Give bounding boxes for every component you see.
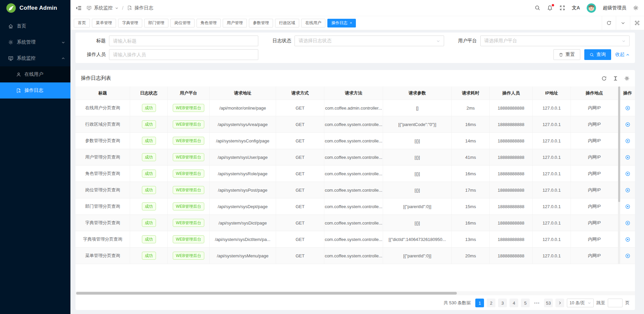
chevron-down-icon[interactable] — [616, 16, 630, 30]
platform-select-placeholder: 请选择用户平台 — [484, 38, 517, 44]
platform-tag: WEB管理后台 — [173, 235, 204, 243]
horizontal-scrollbar[interactable] — [75, 291, 635, 295]
settings-gear-icon[interactable] — [633, 5, 639, 11]
platform-tag: WEB管理后台 — [173, 252, 204, 260]
status-tag: 成功 — [142, 170, 156, 178]
page-button-1[interactable]: 1 — [475, 299, 484, 307]
sidebar-item-system-manage[interactable]: 系统管理 — [0, 34, 70, 50]
cell-handler: com.coffee.admin.controller... — [324, 100, 383, 116]
status-tag: 成功 — [142, 153, 156, 161]
cell-url: /api/system/sysRole/page — [210, 166, 276, 182]
close-tab-icon[interactable]: × — [350, 21, 352, 25]
tab-用户管理[interactable]: 用户管理 — [223, 19, 247, 27]
cell-url: /api/system/sysDict/page — [210, 215, 276, 231]
page-buttons: 12345•••53 — [475, 299, 553, 307]
cell-handler: com.coffee.system.controlle... — [324, 133, 383, 149]
jump-prefix-label: 跳至 — [596, 300, 605, 306]
cell-ip: 127.0.0.1 — [533, 198, 571, 214]
fullscreen-icon[interactable] — [559, 5, 565, 11]
cell-platform: WEB管理后台 — [168, 182, 210, 198]
tab-字典管理[interactable]: 字典管理 — [118, 19, 142, 27]
search-button-label: 查询 — [596, 52, 606, 58]
user-name[interactable]: 超级管理员 — [603, 5, 626, 11]
horizontal-scrollbar-thumb[interactable] — [76, 292, 457, 295]
tab-label: 部门管理 — [148, 20, 164, 26]
cell-handler: com.coffee.system.controlle... — [324, 149, 383, 165]
notification-bell-icon[interactable] — [547, 5, 553, 11]
chevron-down-icon[interactable] — [115, 6, 118, 10]
page-button-53[interactable]: 53 — [544, 299, 553, 307]
operator-input[interactable] — [109, 49, 258, 60]
tab-操作日志[interactable]: 操作日志× — [327, 19, 356, 27]
next-page-button[interactable] — [555, 299, 564, 307]
tab-label: 用户管理 — [227, 20, 243, 26]
tab-岗位管理[interactable]: 岗位管理 — [170, 19, 195, 27]
column-header: 请求地址 — [210, 86, 276, 100]
view-detail-icon[interactable] — [625, 138, 630, 143]
search-button[interactable]: 查询 — [584, 49, 611, 60]
status-tag: 成功 — [142, 137, 156, 145]
view-detail-icon[interactable] — [625, 221, 630, 226]
view-detail-icon[interactable] — [625, 106, 630, 111]
platform-select[interactable]: 请选择用户平台 — [480, 36, 630, 46]
sidebar-collapse-icon[interactable] — [76, 5, 82, 11]
tab-label: 操作日志 — [331, 20, 347, 26]
cell-method: GET — [276, 231, 324, 247]
cell-method: GET — [276, 198, 324, 214]
tab-角色管理[interactable]: 角色管理 — [197, 19, 221, 27]
collapse-filter-link[interactable]: 收起 — [615, 52, 630, 58]
tab-label: 首页 — [78, 20, 86, 26]
view-detail-icon[interactable] — [625, 155, 630, 160]
chevron-down-icon — [622, 39, 626, 43]
avatar[interactable] — [587, 3, 596, 13]
view-detail-icon[interactable] — [625, 171, 630, 176]
view-detail-icon[interactable] — [625, 188, 630, 193]
breadcrumb-section[interactable]: 系统监控 — [94, 5, 113, 11]
language-translate-icon[interactable]: 文A — [572, 5, 580, 11]
tab-行政区域[interactable]: 行政区域 — [275, 19, 299, 27]
row-height-icon[interactable] — [613, 76, 618, 81]
view-detail-icon[interactable] — [625, 237, 630, 242]
status-select[interactable]: 请选择日志状态 — [294, 36, 444, 46]
tab-参数管理[interactable]: 参数管理 — [249, 19, 273, 27]
maximize-icon[interactable] — [630, 16, 644, 30]
file-search-icon — [127, 5, 132, 10]
sidebar-item-system-monitor[interactable]: 系统监控 — [0, 50, 70, 66]
tab-部门管理[interactable]: 部门管理 — [144, 19, 168, 27]
refresh-icon[interactable] — [602, 16, 616, 30]
search-icon[interactable] — [535, 5, 540, 11]
search-icon — [590, 53, 594, 57]
vertical-scrollbar-thumb[interactable] — [618, 86, 620, 202]
sidebar-item-online-users[interactable]: 在线用户 — [0, 66, 70, 82]
cell-title: 角色管理分页查询 — [75, 166, 130, 182]
cell-params: [{}] — [383, 133, 452, 149]
tab-首页[interactable]: 首页 — [74, 19, 90, 27]
cell-location: 内网IP — [571, 116, 618, 132]
column-header: 操作地点 — [571, 86, 618, 100]
cell-operator: 18888888888 — [490, 231, 533, 247]
cell-title: 部门管理分页查询 — [75, 198, 130, 214]
title-input[interactable] — [109, 36, 258, 46]
vertical-scrollbar[interactable] — [618, 86, 620, 264]
column-settings-gear-icon[interactable] — [624, 76, 630, 81]
reset-button[interactable]: 重置 — [553, 49, 580, 60]
refresh-icon[interactable] — [601, 76, 607, 81]
cell-handler: com.coffee.system.controlle... — [324, 182, 383, 198]
cell-duration: 2ms — [452, 100, 490, 116]
tab-菜单管理[interactable]: 菜单管理 — [92, 19, 116, 27]
view-detail-icon[interactable] — [625, 122, 630, 127]
view-detail-icon[interactable] — [625, 253, 630, 258]
page-button-4[interactable]: 4 — [509, 299, 518, 307]
page-button-3[interactable]: 3 — [498, 299, 507, 307]
page-button-2[interactable]: 2 — [487, 299, 495, 307]
cell-status: 成功 — [130, 215, 168, 231]
sidebar-item-operation-log[interactable]: 操作日志 — [0, 82, 70, 99]
tab-在线用户[interactable]: 在线用户 — [301, 19, 325, 27]
jump-page-input[interactable] — [608, 299, 623, 307]
platform-label: 用户平台 — [452, 38, 480, 44]
page-button-5[interactable]: 5 — [521, 299, 530, 307]
page-size-select[interactable]: 10 条/页 — [567, 299, 594, 307]
sidebar-item-home[interactable]: 首页 — [0, 18, 70, 34]
cell-params: [{}] — [383, 166, 452, 182]
view-detail-icon[interactable] — [625, 204, 630, 209]
